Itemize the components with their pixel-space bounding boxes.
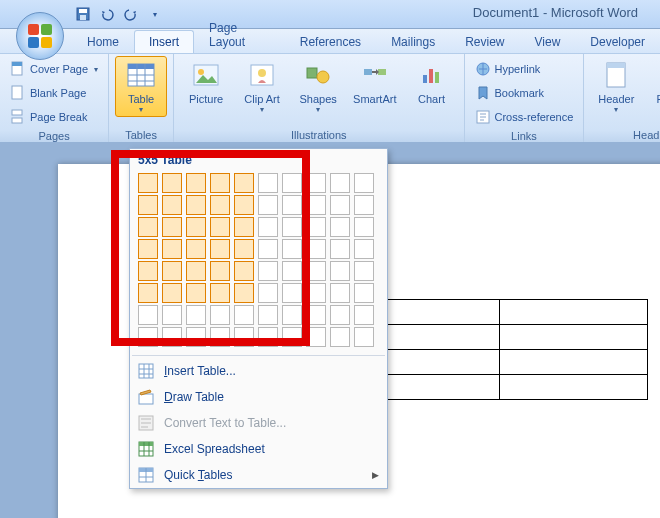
grid-cell[interactable] [354, 239, 374, 259]
blank-page-button[interactable]: Blank Page [6, 82, 102, 104]
grid-cell[interactable] [234, 239, 254, 259]
grid-cell[interactable] [210, 261, 230, 281]
grid-cell[interactable] [234, 173, 254, 193]
grid-cell[interactable] [234, 195, 254, 215]
grid-cell[interactable] [186, 283, 206, 303]
grid-cell[interactable] [330, 239, 350, 259]
grid-cell[interactable] [306, 283, 326, 303]
qat-redo-button[interactable] [120, 3, 142, 25]
grid-cell[interactable] [210, 327, 230, 347]
grid-cell[interactable] [210, 195, 230, 215]
picture-button[interactable]: Picture [180, 56, 232, 108]
chart-button[interactable]: Chart [406, 56, 458, 108]
grid-cell[interactable] [330, 283, 350, 303]
grid-cell[interactable] [138, 173, 158, 193]
grid-cell[interactable] [258, 217, 278, 237]
grid-cell[interactable] [330, 217, 350, 237]
grid-cell[interactable] [186, 173, 206, 193]
grid-cell[interactable] [162, 283, 182, 303]
grid-cell[interactable] [234, 327, 254, 347]
qat-customize-button[interactable]: ▾ [144, 3, 166, 25]
insert-table-menu[interactable]: Insert Table... [130, 358, 387, 384]
grid-cell[interactable] [138, 239, 158, 259]
grid-cell[interactable] [330, 327, 350, 347]
cover-page-button[interactable]: Cover Page▾ [6, 58, 102, 80]
grid-cell[interactable] [354, 261, 374, 281]
grid-cell[interactable] [330, 173, 350, 193]
grid-cell[interactable] [354, 283, 374, 303]
grid-cell[interactable] [138, 195, 158, 215]
grid-cell[interactable] [138, 327, 158, 347]
grid-cell[interactable] [282, 217, 302, 237]
grid-cell[interactable] [234, 261, 254, 281]
tab-developer[interactable]: Developer [575, 30, 660, 53]
grid-cell[interactable] [306, 217, 326, 237]
grid-cell[interactable] [234, 283, 254, 303]
grid-cell[interactable] [330, 305, 350, 325]
grid-cell[interactable] [186, 195, 206, 215]
grid-cell[interactable] [354, 217, 374, 237]
grid-cell[interactable] [330, 261, 350, 281]
tab-view[interactable]: View [520, 30, 576, 53]
tab-page-layout[interactable]: Page Layout [194, 16, 285, 53]
tab-mailings[interactable]: Mailings [376, 30, 450, 53]
grid-cell[interactable] [210, 173, 230, 193]
shapes-button[interactable]: Shapes▾ [292, 56, 344, 117]
grid-cell[interactable] [282, 261, 302, 281]
table-button[interactable]: Table ▾ [115, 56, 167, 117]
grid-cell[interactable] [210, 283, 230, 303]
tab-review[interactable]: Review [450, 30, 519, 53]
grid-cell[interactable] [354, 327, 374, 347]
header-button[interactable]: Header▾ [590, 56, 642, 117]
grid-cell[interactable] [162, 239, 182, 259]
grid-cell[interactable] [138, 305, 158, 325]
bookmark-button[interactable]: Bookmark [471, 82, 578, 104]
clipart-button[interactable]: Clip Art▾ [236, 56, 288, 117]
grid-cell[interactable] [306, 239, 326, 259]
footer-button[interactable]: Footer▾ [646, 56, 660, 117]
grid-cell[interactable] [258, 239, 278, 259]
grid-cell[interactable] [282, 239, 302, 259]
smartart-button[interactable]: SmartArt [348, 56, 401, 108]
grid-cell[interactable] [138, 261, 158, 281]
grid-cell[interactable] [354, 173, 374, 193]
tab-home[interactable]: Home [72, 30, 134, 53]
grid-cell[interactable] [234, 305, 254, 325]
grid-cell[interactable] [258, 327, 278, 347]
grid-cell[interactable] [210, 305, 230, 325]
grid-cell[interactable] [162, 327, 182, 347]
grid-cell[interactable] [162, 305, 182, 325]
grid-cell[interactable] [330, 195, 350, 215]
excel-spreadsheet-menu[interactable]: Excel Spreadsheet [130, 436, 387, 462]
grid-cell[interactable] [282, 173, 302, 193]
crossref-button[interactable]: Cross-reference [471, 106, 578, 128]
grid-cell[interactable] [162, 217, 182, 237]
grid-cell[interactable] [186, 305, 206, 325]
grid-cell[interactable] [282, 283, 302, 303]
insert-table-grid[interactable] [130, 171, 387, 353]
grid-cell[interactable] [162, 195, 182, 215]
grid-cell[interactable] [234, 217, 254, 237]
grid-cell[interactable] [138, 283, 158, 303]
tab-insert[interactable]: Insert [134, 30, 194, 53]
hyperlink-button[interactable]: Hyperlink [471, 58, 578, 80]
qat-undo-button[interactable] [96, 3, 118, 25]
qat-save-button[interactable] [72, 3, 94, 25]
grid-cell[interactable] [306, 261, 326, 281]
grid-cell[interactable] [306, 195, 326, 215]
grid-cell[interactable] [186, 327, 206, 347]
grid-cell[interactable] [258, 173, 278, 193]
grid-cell[interactable] [210, 239, 230, 259]
grid-cell[interactable] [258, 261, 278, 281]
grid-cell[interactable] [258, 283, 278, 303]
grid-cell[interactable] [258, 305, 278, 325]
grid-cell[interactable] [138, 217, 158, 237]
grid-cell[interactable] [258, 195, 278, 215]
office-button[interactable] [16, 12, 64, 60]
grid-cell[interactable] [186, 239, 206, 259]
grid-cell[interactable] [210, 217, 230, 237]
grid-cell[interactable] [282, 327, 302, 347]
grid-cell[interactable] [354, 305, 374, 325]
grid-cell[interactable] [162, 261, 182, 281]
grid-cell[interactable] [306, 305, 326, 325]
